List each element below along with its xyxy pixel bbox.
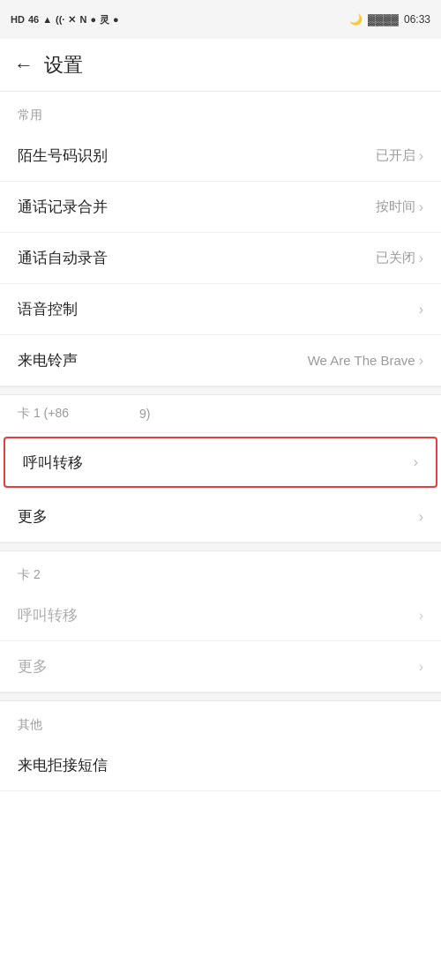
status-left-icons: HD 46 ▲ ((· ✕ N ● 灵 ●: [11, 13, 119, 26]
app-icon-3: ●: [113, 14, 119, 25]
back-button[interactable]: ←: [14, 54, 34, 77]
chevron-icon: ›: [419, 353, 423, 369]
menu-item-label: 通话记录合并: [18, 197, 108, 217]
chevron-icon: ›: [419, 608, 423, 624]
time-display: 06:33: [404, 13, 430, 26]
card1-header: 卡 1 (+86 9): [0, 395, 441, 433]
page-title: 设置: [44, 52, 83, 79]
status-bar: HD 46 ▲ ((· ✕ N ● 灵 ● 🌙 ▓▓▓▓ 06:33: [0, 0, 441, 39]
menu-item-label: 通话自动录音: [18, 248, 108, 268]
section-divider-3: [0, 692, 441, 701]
signal-icon: 46: [28, 14, 39, 25]
signal-bars: ▲: [42, 14, 52, 25]
section-label-card2: 卡 2: [0, 551, 441, 590]
chevron-icon: ›: [414, 454, 418, 470]
menu-item-call-merge[interactable]: 通话记录合并 按时间 ›: [0, 182, 441, 233]
menu-item-stranger-id[interactable]: 陌生号码识别 已开启 ›: [0, 131, 441, 182]
chevron-icon: ›: [419, 509, 423, 525]
chevron-icon: ›: [419, 659, 423, 675]
menu-item-ringtone[interactable]: 来电铃声 We Are The Brave ›: [0, 335, 441, 386]
battery-icon: ▓▓▓▓: [368, 13, 399, 26]
menu-item-more-2[interactable]: 更多 ›: [0, 641, 441, 692]
section-divider-1: [0, 386, 441, 395]
menu-item-label: 更多: [18, 656, 48, 677]
menu-item-label: 更多: [18, 506, 48, 527]
card1-label: 卡 1 (+86: [18, 406, 69, 422]
wifi-icon: ((·: [56, 14, 64, 25]
menu-item-value: ›: [419, 659, 423, 675]
chevron-icon: ›: [419, 199, 423, 215]
header: ← 设置: [0, 39, 441, 92]
moon-icon: 🌙: [349, 13, 363, 26]
section-label-common: 常用: [0, 92, 441, 131]
app-icon-1: ●: [90, 14, 96, 25]
nfc-icon: N: [79, 14, 86, 25]
x-icon: ✕: [68, 14, 76, 26]
menu-item-value: ›: [414, 454, 418, 470]
menu-item-label: 呼叫转移: [23, 453, 83, 473]
menu-item-value: ›: [419, 608, 423, 624]
menu-item-label: 陌生号码识别: [18, 146, 108, 166]
menu-item-value: 已开启 ›: [376, 147, 423, 164]
menu-item-value: 已关闭 ›: [376, 250, 423, 266]
menu-item-label: 来电铃声: [18, 350, 78, 370]
chevron-icon: ›: [419, 302, 423, 318]
menu-item-value: 按时间 ›: [376, 198, 423, 215]
card1-number: 9): [139, 407, 150, 421]
menu-item-value: ›: [419, 509, 423, 525]
app-icon-2: 灵: [100, 13, 109, 26]
menu-item-value: ›: [415, 302, 423, 318]
menu-item-value: We Are The Brave ›: [308, 353, 423, 369]
menu-item-auto-record[interactable]: 通话自动录音 已关闭 ›: [0, 233, 441, 284]
menu-item-reject-sms[interactable]: 来电拒接短信: [0, 740, 441, 791]
menu-item-voice-control[interactable]: 语音控制 ›: [0, 284, 441, 335]
status-right-icons: 🌙 ▓▓▓▓ 06:33: [349, 13, 430, 26]
section-divider-2: [0, 542, 441, 551]
chevron-icon: ›: [419, 148, 423, 164]
menu-item-more-1[interactable]: 更多 ›: [0, 491, 441, 542]
menu-item-call-forward-2[interactable]: 呼叫转移 ›: [0, 590, 441, 641]
menu-item-label: 语音控制: [18, 299, 78, 319]
menu-item-label: 呼叫转移: [18, 605, 78, 625]
section-label-other: 其他: [0, 701, 441, 740]
hd-icon: HD: [11, 14, 25, 25]
menu-item-call-forward-1[interactable]: 呼叫转移 ›: [4, 437, 437, 488]
chevron-icon: ›: [419, 251, 423, 266]
menu-item-label: 来电拒接短信: [18, 755, 108, 775]
